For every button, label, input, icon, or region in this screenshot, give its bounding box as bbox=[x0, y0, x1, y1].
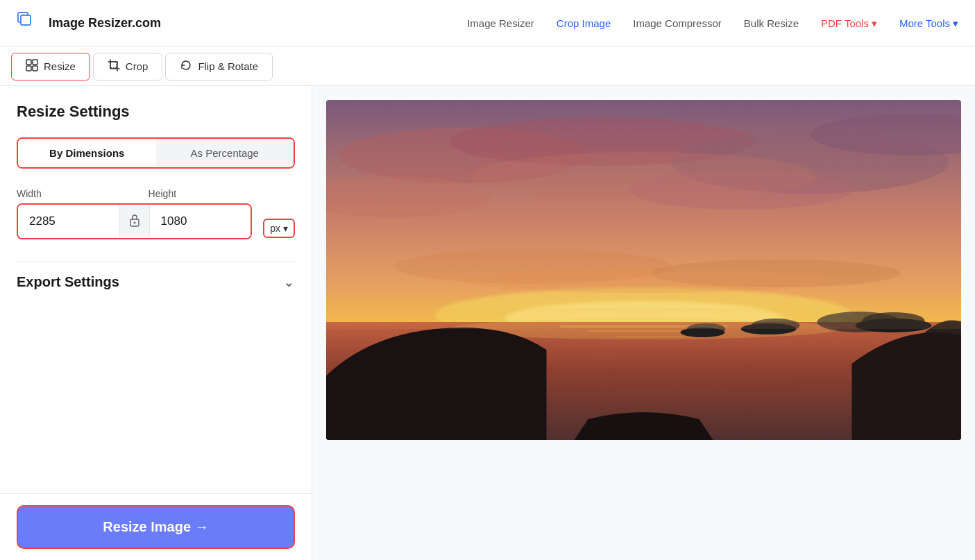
tab-flip-rotate[interactable]: Flip & Rotate bbox=[165, 53, 273, 80]
unit-select[interactable]: px ▾ bbox=[263, 219, 295, 238]
svg-rect-6 bbox=[110, 62, 117, 68]
nav-image-resizer[interactable]: Image Resizer bbox=[467, 17, 534, 29]
pdf-tools-chevron-icon: ▾ bbox=[872, 17, 877, 30]
dimensions-inputs-wrapper: Width Height bbox=[17, 188, 252, 239]
height-label: Height bbox=[149, 188, 253, 199]
svg-rect-3 bbox=[26, 66, 31, 71]
more-tools-chevron-icon: ▾ bbox=[953, 17, 958, 30]
resize-settings-title: Resize Settings bbox=[17, 103, 295, 121]
dimensions-row: Width Height bbox=[17, 188, 295, 239]
svg-point-18 bbox=[470, 152, 817, 201]
svg-rect-26 bbox=[616, 336, 686, 337]
unit-wrapper: px ▾ bbox=[257, 219, 295, 239]
export-settings-title: Export Settings bbox=[17, 274, 119, 290]
nav-crop-image[interactable]: Crop Image bbox=[557, 17, 611, 29]
nav-image-compressor[interactable]: Image Compressor bbox=[633, 17, 722, 29]
tab-resize-label: Resize bbox=[44, 60, 76, 72]
toggle-by-dimensions[interactable]: By Dimensions bbox=[18, 139, 156, 167]
resize-icon bbox=[26, 59, 38, 74]
header: Image Resizer.com Image Resizer Crop Ima… bbox=[0, 0, 975, 47]
svg-rect-4 bbox=[33, 60, 37, 65]
dimension-labels: Width Height bbox=[17, 188, 252, 199]
main: Resize Settings By Dimensions As Percent… bbox=[0, 86, 975, 560]
unit-value: px bbox=[270, 223, 280, 234]
unit-chevron-icon: ▾ bbox=[283, 223, 288, 234]
svg-point-33 bbox=[681, 328, 725, 337]
width-input[interactable] bbox=[18, 205, 119, 238]
sidebar-scroll: Resize Settings By Dimensions As Percent… bbox=[0, 86, 312, 493]
tab-crop[interactable]: Crop bbox=[93, 53, 163, 80]
lock-icon bbox=[128, 213, 141, 230]
svg-point-8 bbox=[133, 222, 135, 224]
width-label: Width bbox=[17, 188, 121, 199]
svg-rect-1 bbox=[21, 15, 31, 25]
toolbar: Resize Crop Flip & Rotate bbox=[0, 47, 975, 86]
toggle-as-percentage[interactable]: As Percentage bbox=[156, 139, 294, 167]
sunset-preview-image bbox=[326, 100, 961, 440]
tab-flip-rotate-label: Flip & Rotate bbox=[198, 60, 258, 72]
crop-icon bbox=[108, 59, 120, 74]
dimension-inputs-row bbox=[17, 203, 252, 239]
height-input[interactable] bbox=[150, 205, 251, 238]
export-settings-chevron-icon: ⌄ bbox=[283, 273, 295, 290]
resize-toggle-group: By Dimensions As Percentage bbox=[17, 137, 295, 169]
resize-image-button[interactable]: Resize Image → bbox=[17, 505, 295, 549]
sidebar-footer: Resize Image → bbox=[0, 493, 312, 560]
logo-area: Image Resizer.com bbox=[17, 11, 161, 36]
svg-rect-2 bbox=[26, 60, 31, 65]
rotate-icon bbox=[180, 59, 192, 74]
image-preview-area bbox=[312, 86, 975, 560]
svg-rect-5 bbox=[33, 66, 37, 71]
logo-text: Image Resizer.com bbox=[49, 16, 161, 31]
svg-rect-34 bbox=[326, 308, 961, 329]
nav-pdf-tools[interactable]: PDF Tools ▾ bbox=[821, 17, 877, 30]
sidebar: Resize Settings By Dimensions As Percent… bbox=[0, 86, 312, 560]
nav-bulk-resize[interactable]: Bulk Resize bbox=[744, 17, 799, 29]
tab-resize[interactable]: Resize bbox=[11, 53, 90, 80]
export-settings-section[interactable]: Export Settings ⌄ bbox=[17, 262, 295, 301]
nav-more-tools[interactable]: More Tools ▾ bbox=[899, 17, 958, 30]
tab-crop-label: Crop bbox=[126, 60, 149, 72]
nav-links: Image Resizer Crop Image Image Compresso… bbox=[467, 17, 958, 30]
logo-icon bbox=[17, 11, 42, 36]
lock-aspect-ratio-button[interactable] bbox=[119, 206, 150, 237]
svg-point-21 bbox=[464, 268, 824, 293]
